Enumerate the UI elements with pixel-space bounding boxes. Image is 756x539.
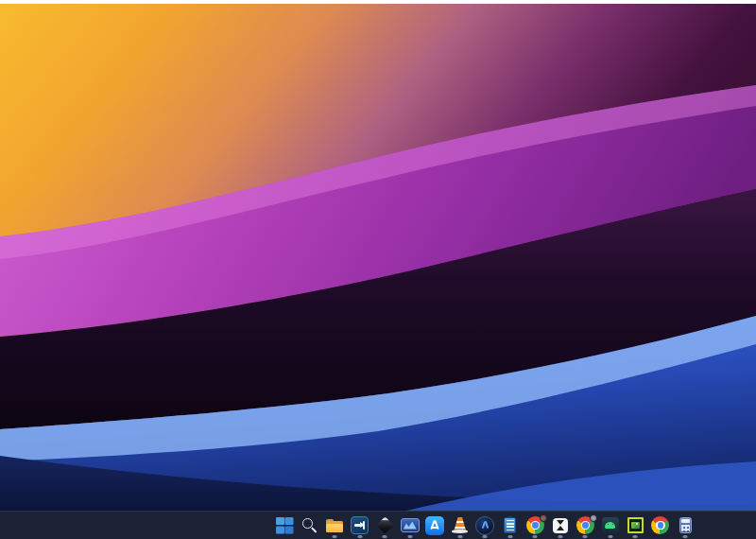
taskbar-start[interactable] (272, 512, 298, 539)
taskbar-android-app[interactable] (598, 512, 624, 539)
running-indicator (583, 535, 588, 538)
hourglass-icon (551, 516, 570, 535)
search-icon (301, 516, 319, 535)
running-indicator (407, 535, 412, 538)
taskbar (0, 511, 756, 539)
taskbar-items (272, 512, 698, 539)
chrome-icon (651, 516, 670, 535)
android-icon (601, 516, 620, 535)
wallpaper (0, 4, 756, 511)
running-indicator (507, 535, 512, 538)
taskbar-chrome-profile-2[interactable] (573, 512, 598, 539)
taskbar-circle-app[interactable] (472, 512, 498, 539)
running-indicator (633, 535, 638, 538)
performance-graph-icon (401, 516, 420, 535)
taskbar-image-viewer[interactable] (623, 512, 648, 539)
top-border (0, 0, 756, 4)
taskbar-chrome[interactable] (648, 512, 674, 539)
framed-image-icon (626, 516, 644, 535)
taskbar-calculator[interactable] (673, 512, 698, 539)
running-indicator (683, 535, 688, 538)
chrome-icon (525, 516, 544, 535)
running-indicator (383, 535, 387, 538)
running-indicator (333, 535, 337, 538)
taskbar-vlc[interactable] (448, 512, 473, 539)
taskbar-chrome-profile-1[interactable] (523, 512, 548, 539)
calculator-icon (676, 516, 695, 535)
profile-badge (540, 514, 547, 522)
dark-circle-a-icon (475, 516, 494, 535)
arrow-window-icon (351, 516, 369, 535)
running-indicator (457, 535, 462, 538)
windows-start-icon (275, 516, 294, 535)
taskbar-hourglass-app[interactable] (548, 512, 574, 539)
running-indicator (483, 535, 488, 538)
folder-icon (325, 516, 344, 535)
running-indicator (357, 535, 362, 538)
profile-badge (590, 514, 597, 522)
clipboard-icon (501, 516, 520, 535)
traffic-cone-icon (451, 516, 470, 535)
taskbar-inkscape[interactable] (372, 512, 398, 539)
diamond-icon (375, 516, 394, 535)
taskbar-notes[interactable] (498, 512, 524, 539)
screenshot (0, 0, 756, 539)
taskbar-system-monitor[interactable] (398, 512, 423, 539)
taskbar-search[interactable] (298, 512, 323, 539)
chrome-icon (576, 516, 594, 535)
running-indicator (533, 535, 538, 538)
taskbar-remote-app[interactable] (348, 512, 373, 539)
taskbar-file-explorer[interactable] (322, 512, 348, 539)
running-indicator (608, 535, 612, 538)
app-store-icon (425, 516, 444, 535)
running-indicator (558, 535, 562, 538)
taskbar-app-store[interactable] (422, 512, 448, 539)
desktop[interactable] (0, 4, 756, 511)
